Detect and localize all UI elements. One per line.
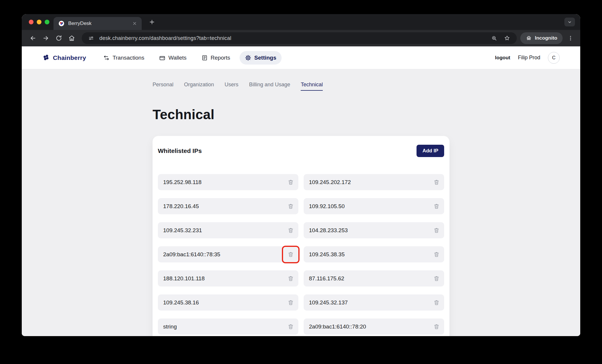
nav-item-transactions[interactable]: Transactions: [98, 51, 150, 65]
reload-button[interactable]: [52, 32, 65, 45]
page-title: Technical: [153, 107, 449, 122]
site-settings-icon[interactable]: [87, 35, 95, 41]
ip-value: 195.252.98.118: [163, 179, 202, 186]
home-button[interactable]: [65, 32, 78, 45]
delete-ip-button[interactable]: [431, 249, 442, 260]
ip-list-item: 87.116.175.62: [304, 270, 444, 287]
nav-label: Settings: [254, 55, 276, 61]
tab-list-chevron-button[interactable]: [564, 18, 575, 26]
ip-list-item: 109.245.38.35: [304, 246, 444, 262]
delete-ip-button[interactable]: [285, 297, 296, 308]
ip-value: 109.245.32.137: [309, 299, 348, 306]
ip-value: 109.245.32.231: [163, 227, 202, 234]
nav-item-reports[interactable]: Reports: [196, 51, 236, 65]
delete-ip-button[interactable]: [285, 201, 296, 212]
browser-toolbar: desk.chainberry.com/dashboard/settings?t…: [22, 30, 580, 46]
gear-icon: [245, 55, 251, 61]
settings-content: Personal Organization Users Billing and …: [22, 69, 580, 336]
ip-list-item: 188.120.101.118: [158, 270, 298, 287]
tab-billing-and-usage[interactable]: Billing and Usage: [249, 82, 290, 91]
incognito-icon: [526, 35, 532, 41]
delete-ip-button[interactable]: [285, 321, 296, 332]
delete-ip-button[interactable]: [431, 177, 442, 188]
brand-name: Chainberry: [53, 54, 86, 61]
tab-organization[interactable]: Organization: [184, 82, 214, 91]
zoom-icon[interactable]: [490, 35, 499, 41]
nav-label: Reports: [211, 55, 230, 61]
delete-ip-button[interactable]: [431, 321, 442, 332]
nav-item-settings[interactable]: Settings: [240, 51, 282, 65]
browser-window: BerryDesk: [22, 14, 580, 336]
ip-value: 109.245.38.16: [163, 299, 199, 306]
ip-value: 2a09:bac1:6140::78:20: [309, 323, 366, 330]
user-name: Filip Prod: [518, 55, 540, 61]
add-ip-button[interactable]: Add IP: [417, 145, 444, 157]
ip-value: 188.120.101.118: [163, 275, 205, 282]
logout-button[interactable]: logout: [495, 55, 510, 61]
transactions-icon: [103, 55, 110, 61]
desktop-background: BerryDesk: [0, 0, 602, 364]
ip-value: 109.245.202.172: [309, 179, 351, 186]
main-nav: Transactions Wallets Reports: [98, 51, 282, 65]
tab-close-icon[interactable]: [132, 21, 137, 26]
incognito-label: Incognito: [535, 35, 557, 41]
tab-technical[interactable]: Technical: [301, 82, 323, 91]
settings-tabs: Personal Organization Users Billing and …: [153, 82, 449, 91]
wallet-icon: [159, 55, 165, 61]
back-button[interactable]: [26, 32, 39, 45]
window-controls: [29, 20, 49, 24]
ip-value: 178.220.16.45: [163, 203, 199, 210]
chainberry-logo-icon: [42, 54, 51, 62]
app-header: Chainberry Transactions Wallets: [22, 46, 580, 69]
avatar[interactable]: C: [548, 52, 560, 64]
delete-ip-button[interactable]: [285, 273, 296, 284]
nav-item-wallets[interactable]: Wallets: [154, 51, 192, 65]
url-text[interactable]: desk.chainberry.com/dashboard/settings?t…: [99, 35, 486, 41]
delete-ip-button[interactable]: [431, 201, 442, 212]
ip-list-item: 109.245.202.172: [304, 174, 444, 190]
ip-value: 2a09:bac1:6140::78:35: [163, 251, 220, 258]
minimize-window-button[interactable]: [37, 20, 41, 24]
delete-ip-button[interactable]: [285, 225, 296, 236]
reports-icon: [201, 55, 208, 61]
new-tab-button[interactable]: [149, 19, 155, 25]
delete-ip-button[interactable]: [431, 273, 442, 284]
ip-list-item: string: [158, 318, 298, 335]
card-title: Whitelisted IPs: [158, 147, 202, 154]
forward-button[interactable]: [39, 32, 52, 45]
incognito-badge: Incognito: [520, 32, 563, 44]
ip-value: 104.28.233.253: [309, 227, 348, 234]
whitelisted-ips-card: Whitelisted IPs Add IP 195.252.98.118 10…: [153, 136, 449, 336]
address-bar[interactable]: desk.chainberry.com/dashboard/settings?t…: [82, 32, 517, 44]
browser-tab-bar: BerryDesk: [22, 14, 580, 30]
ip-list-item: 2a09:bac1:6140::78:20: [304, 318, 444, 335]
ip-list-item: 104.28.233.253: [304, 222, 444, 238]
tab-title: BerryDesk: [68, 21, 129, 26]
ip-list-item: 195.252.98.118: [158, 174, 298, 190]
app-page: Chainberry Transactions Wallets: [22, 46, 580, 336]
browser-tab[interactable]: BerryDesk: [53, 17, 142, 30]
maximize-window-button[interactable]: [45, 20, 49, 24]
ip-list-item: 2a09:bac1:6140::78:35: [158, 246, 298, 262]
ip-value: 109.92.105.50: [309, 203, 345, 210]
delete-ip-button[interactable]: [285, 177, 296, 188]
delete-ip-button[interactable]: [285, 249, 296, 260]
brand[interactable]: Chainberry: [42, 54, 86, 62]
nav-label: Transactions: [113, 55, 144, 61]
berrydesk-favicon-icon: [58, 20, 65, 27]
delete-ip-button[interactable]: [431, 297, 442, 308]
browser-menu-icon[interactable]: [566, 33, 576, 43]
tab-users[interactable]: Users: [225, 82, 238, 91]
ip-grid: 195.252.98.118 109.245.202.172 178.220.1…: [158, 174, 444, 335]
header-right: logout Filip Prod C: [495, 52, 560, 64]
ip-value: string: [163, 323, 177, 330]
ip-list-item: 109.92.105.50: [304, 198, 444, 214]
ip-value: 87.116.175.62: [309, 275, 344, 282]
nav-label: Wallets: [168, 55, 187, 61]
bookmark-star-icon[interactable]: [503, 35, 511, 41]
ip-list-item: 178.220.16.45: [158, 198, 298, 214]
tab-personal[interactable]: Personal: [153, 82, 173, 91]
delete-ip-button[interactable]: [431, 225, 442, 236]
close-window-button[interactable]: [29, 20, 34, 24]
ip-list-item: 109.245.32.137: [304, 294, 444, 311]
